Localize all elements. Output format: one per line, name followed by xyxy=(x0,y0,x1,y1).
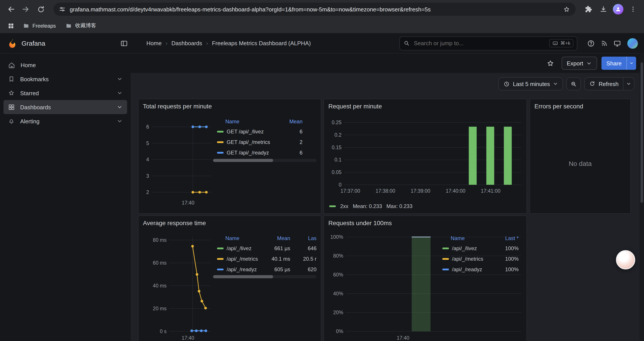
time-range-picker[interactable]: Last 5 minutes xyxy=(498,77,563,90)
svg-text:4: 4 xyxy=(146,157,149,162)
legend-col-last[interactable]: Las xyxy=(297,235,316,241)
legend-series[interactable]: /api/_/readyz xyxy=(215,266,263,272)
downloads-icon[interactable] xyxy=(597,3,610,16)
legend-series[interactable]: /api/_/livez xyxy=(440,245,495,251)
legend-row: /api/_/readyz 605 µs 620 xyxy=(215,264,316,275)
share-button[interactable]: Share xyxy=(602,57,626,70)
sidebar-toggle-icon[interactable] xyxy=(118,37,131,50)
svg-text:17:40: 17:40 xyxy=(182,335,194,341)
page-scrollbar[interactable] xyxy=(640,53,644,341)
legend-col-mean[interactable]: Mean xyxy=(282,119,302,125)
svg-text:60%: 60% xyxy=(333,272,343,278)
legend-row: /api/_/metrics 40.1 ms 20.5 r xyxy=(215,254,316,264)
panel-average-response-time: Average response time 80 ms60 ms40 ms20 … xyxy=(138,215,321,341)
svg-text:0: 0 xyxy=(339,182,342,188)
tv-mode-icon[interactable] xyxy=(611,37,624,50)
help-icon[interactable] xyxy=(584,37,598,50)
refresh-interval-caret[interactable] xyxy=(623,77,634,90)
legend-col-mean[interactable]: Mean xyxy=(263,235,290,241)
svg-text:17:38:00: 17:38:00 xyxy=(376,188,395,194)
panel-requests-under-100ms: Requests under 100ms 100%80%60%40%20%0%1… xyxy=(324,215,527,341)
svg-text:17:40: 17:40 xyxy=(397,335,410,341)
legend-row: /api/_/metrics 100% xyxy=(440,254,521,264)
share-menu-caret[interactable] xyxy=(626,57,636,70)
reload-icon[interactable] xyxy=(34,3,47,16)
legend-col-name[interactable]: Name xyxy=(215,119,282,125)
forward-icon[interactable] xyxy=(19,3,32,16)
user-avatar[interactable] xyxy=(627,38,638,49)
sidebar-item-label: Alerting xyxy=(20,118,111,124)
dashboard-canvas: Last 5 minutes Refresh xyxy=(131,73,644,341)
dashboard-actions: Export Share xyxy=(131,54,644,73)
extensions-icon[interactable] xyxy=(582,3,595,16)
panel-total-requests: Total requests per minute 6543217:40 Nam… xyxy=(138,99,321,214)
profile-avatar[interactable] xyxy=(612,3,625,16)
legend-series[interactable]: /api/_/readyz xyxy=(440,266,495,272)
browser-menu-icon[interactable] xyxy=(626,3,640,16)
no-data-message: No data xyxy=(530,160,630,167)
back-icon[interactable] xyxy=(4,3,18,16)
legend-series[interactable]: 2xx xyxy=(340,203,348,209)
url-text[interactable]: grafana.mathmast.com/d/deytv4rwavabkb/fr… xyxy=(70,6,560,13)
assistant-floating-avatar[interactable] xyxy=(616,250,635,269)
news-rss-icon[interactable] xyxy=(598,37,611,50)
legend-scrollbar[interactable] xyxy=(213,275,316,278)
series-color-icon xyxy=(217,141,224,143)
zoom-out-button[interactable] xyxy=(566,77,581,90)
legend-value: 6 xyxy=(282,129,302,135)
panel-title[interactable]: Errors per second xyxy=(534,103,583,110)
legend-series[interactable]: GET /api/_/readyz xyxy=(215,150,282,156)
series-color-icon xyxy=(442,247,449,249)
legend-mean: Mean: 0.233 xyxy=(353,203,382,209)
sidebar-item-label: Home xyxy=(20,62,123,68)
site-settings-icon[interactable] xyxy=(59,6,66,13)
legend-col-name[interactable]: Name xyxy=(215,235,263,241)
legend-scrollbar[interactable] xyxy=(213,159,316,162)
breadcrumb-dashboards[interactable]: Dashboards xyxy=(172,40,202,47)
legend-series[interactable]: /api/_/livez xyxy=(215,245,263,251)
breadcrumb-home[interactable]: Home xyxy=(146,40,162,47)
bookmark-folder-blogs[interactable]: 收藏博客 xyxy=(62,21,100,31)
sidebar-item-label: Bookmarks xyxy=(20,76,111,82)
star-icon xyxy=(8,90,15,97)
svg-text:0%: 0% xyxy=(336,328,343,334)
legend-series[interactable]: GET /api/_/livez xyxy=(215,129,282,135)
legend-col-last[interactable]: Last * xyxy=(495,235,518,241)
svg-text:0.05: 0.05 xyxy=(332,169,342,175)
time-controls: Last 5 minutes Refresh xyxy=(498,77,634,90)
legend-series[interactable]: /api/_/metrics xyxy=(440,256,495,262)
export-button[interactable]: Export xyxy=(561,57,597,70)
bell-icon xyxy=(8,118,15,125)
sidebar-item-alerting[interactable]: Alerting xyxy=(4,114,127,128)
home-icon xyxy=(8,61,15,69)
svg-text:3: 3 xyxy=(146,173,149,179)
breadcrumb-separator-icon: › xyxy=(166,40,168,47)
legend-col-name[interactable]: Name xyxy=(440,235,495,241)
svg-text:17:40: 17:40 xyxy=(182,200,194,206)
sidebar-item-starred[interactable]: Starred xyxy=(4,86,127,100)
caret-down-icon xyxy=(630,61,634,66)
address-bar[interactable]: grafana.mathmast.com/d/deytv4rwavabkb/fr… xyxy=(54,3,576,16)
sidebar-item-dashboards[interactable]: Dashboards xyxy=(4,100,127,114)
svg-text:17:41:00: 17:41:00 xyxy=(481,188,500,194)
legend-series[interactable]: /api/_/metrics xyxy=(215,256,263,262)
series-color-icon xyxy=(442,258,449,260)
refresh-icon xyxy=(590,81,596,87)
legend-value: 605 µs xyxy=(263,266,290,272)
grafana-logo-icon[interactable] xyxy=(7,38,18,49)
legend-value: 20.5 r xyxy=(297,256,316,262)
legend-series[interactable]: GET /api/_/metrics xyxy=(215,139,282,145)
apps-grid-icon[interactable] xyxy=(5,20,17,31)
svg-text:100%: 100% xyxy=(330,234,343,240)
bookmark-folder-freeleaps[interactable]: Freeleaps xyxy=(19,21,60,31)
bookmark-star-icon[interactable] xyxy=(563,6,570,13)
search-input[interactable]: ⌘+k xyxy=(400,36,577,50)
favorite-star-icon[interactable] xyxy=(544,57,557,70)
sidebar-item-bookmarks[interactable]: Bookmarks xyxy=(4,72,127,86)
sidebar-item-home[interactable]: Home xyxy=(4,58,127,72)
browser-toolbar: grafana.mathmast.com/d/deytv4rwavabkb/fr… xyxy=(0,0,644,19)
legend-max: Max: 0.233 xyxy=(386,203,412,209)
folder-icon xyxy=(66,22,72,29)
series-color-icon xyxy=(217,131,224,133)
refresh-button[interactable]: Refresh xyxy=(584,77,623,90)
